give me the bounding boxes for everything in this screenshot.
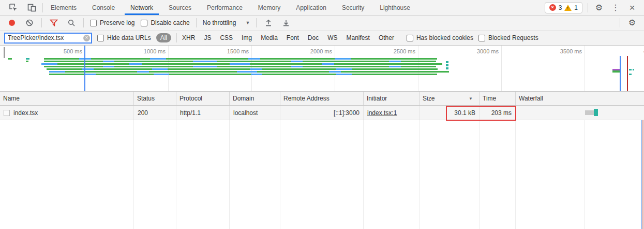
column-label: Remote Address [283, 95, 330, 102]
filter-type-other[interactable]: Other [379, 34, 394, 41]
column-label: Domain [233, 95, 254, 102]
gridline-cell [0, 106, 134, 229]
throttling-value: No throttling [203, 19, 236, 26]
filter-type-manifest[interactable]: Manifest [347, 34, 370, 41]
issues-badge[interactable]: × 3 1 [545, 2, 582, 13]
checkbox-icon [141, 20, 147, 26]
filter-type-ws[interactable]: WS [327, 34, 337, 41]
record-icon [9, 20, 15, 26]
column-header-time[interactable]: Time [480, 92, 516, 105]
divider [83, 18, 84, 27]
tick-gridline [585, 46, 585, 91]
dom-content-loaded-line [641, 106, 642, 229]
overview-activity-bar [629, 69, 632, 70]
column-header-remote-address[interactable]: Remote Address [280, 92, 364, 105]
clear-network-log-icon[interactable] [24, 17, 35, 28]
size-value: 30.1 kB [454, 109, 475, 117]
overview-activity-bar [8, 58, 12, 60]
initiator-link[interactable]: index.tsx:1 [367, 109, 397, 117]
domain-value: localhost [233, 109, 258, 117]
filter-type-doc[interactable]: Doc [308, 34, 319, 41]
filter-type-all[interactable]: All [156, 33, 171, 42]
clear-filter-icon[interactable]: × [83, 35, 90, 41]
tick-label: 500 ms [64, 48, 85, 54]
toggle-device-toolbar-icon[interactable] [26, 2, 37, 13]
cell-protocol: http/1.1 [176, 106, 230, 120]
hide-data-urls-label: Hide data URLs [107, 34, 151, 41]
filter-type-css[interactable]: CSS [220, 34, 233, 41]
overview-drag-handle[interactable] [4, 47, 5, 58]
file-type-icon [4, 110, 10, 116]
column-header-domain[interactable]: Domain [230, 92, 280, 105]
column-header-name[interactable]: Name [0, 92, 134, 105]
blocked-requests-checkbox[interactable]: Blocked Requests [478, 34, 538, 41]
search-icon[interactable] [66, 17, 77, 28]
import-har-icon[interactable] [263, 17, 274, 28]
filter-type-media[interactable]: Media [261, 34, 278, 41]
tab-application[interactable]: Application [288, 0, 334, 15]
column-label: Initiator [367, 95, 387, 102]
filter-type-xhr[interactable]: XHR [182, 34, 195, 41]
tab-lighthouse[interactable]: Lighthouse [372, 0, 418, 15]
overview-activity-bar [633, 69, 634, 70]
tab-security[interactable]: Security [334, 0, 372, 15]
tab-memory[interactable]: Memory [250, 0, 288, 15]
tab-sources[interactable]: Sources [161, 0, 199, 15]
column-header-waterfall[interactable]: Waterfall [516, 92, 644, 105]
column-header-status[interactable]: Status [134, 92, 176, 105]
gridline-cell [280, 106, 364, 229]
cell-waterfall [516, 106, 644, 120]
export-har-icon[interactable] [280, 17, 292, 28]
network-overview-timeline[interactable]: 500 ms 1000 ms 1500 ms 2000 ms 2500 ms 3… [0, 46, 644, 92]
filter-type-font[interactable]: Font [287, 34, 299, 41]
column-header-protocol[interactable]: Protocol [176, 92, 230, 105]
table-row[interactable]: index.tsx 200 http/1.1 localhost [::1]:3… [0, 106, 644, 120]
column-header-size[interactable]: Size ▼ [420, 92, 480, 105]
gridline-cell [516, 106, 644, 229]
tick-label: 2500 ms [394, 48, 418, 54]
overview-activity-bar [26, 61, 28, 62]
filter-funnel-icon[interactable] [48, 17, 59, 28]
tab-console[interactable]: Console [84, 0, 123, 15]
inspect-element-icon[interactable] [7, 2, 19, 13]
overview-activity-bar [446, 67, 448, 69]
has-blocked-cookies-checkbox[interactable]: Has blocked cookies [407, 34, 473, 41]
devtools-tab-bar: Elements Console Network Sources Perform… [0, 0, 644, 16]
filter-input-wrap: × [4, 33, 92, 44]
disable-cache-checkbox[interactable]: Disable cache [141, 19, 189, 26]
throttling-dropdown[interactable]: No throttling ▼ [203, 19, 250, 26]
overview-activity-bar [49, 74, 437, 75]
tab-network[interactable]: Network [123, 0, 161, 15]
tab-elements[interactable]: Elements [43, 0, 84, 15]
tick-label: 3500 ms [560, 48, 585, 54]
waterfall-gridline [584, 106, 585, 229]
waterfall-download-bar[interactable] [594, 109, 598, 116]
network-toolbar: Preserve log Disable cache No throttling… [0, 16, 644, 31]
divider [176, 33, 177, 42]
tab-label: Console [92, 4, 115, 11]
close-devtools-icon[interactable]: × [626, 2, 638, 13]
divider [256, 18, 257, 27]
network-settings-gear-icon[interactable]: ⚙ [626, 17, 638, 28]
record-network-log-button[interactable] [6, 17, 18, 28]
column-header-initiator[interactable]: Initiator [364, 92, 420, 105]
hide-data-urls-checkbox[interactable]: Hide data URLs [97, 34, 151, 41]
more-options-kebab-icon[interactable]: ⋮ [610, 2, 621, 13]
cell-size: 30.1 kB [420, 106, 480, 120]
tick-label: 1000 ms [144, 48, 168, 54]
filter-input[interactable] [4, 33, 92, 44]
overview-activity-bar [446, 61, 448, 63]
filter-type-img[interactable]: Img [242, 34, 252, 41]
sort-descending-icon: ▼ [469, 96, 476, 101]
tool-icons [0, 2, 42, 13]
load-event-marker [627, 56, 628, 91]
checkbox-icon [90, 20, 97, 26]
settings-gear-icon[interactable]: ⚙ [593, 2, 605, 13]
tab-performance[interactable]: Performance [199, 0, 250, 15]
table-column-gridlines [0, 106, 644, 229]
overview-activity-bar [44, 61, 436, 62]
error-icon: × [549, 4, 556, 11]
waterfall-waiting-bar[interactable] [585, 110, 594, 115]
preserve-log-checkbox[interactable]: Preserve log [90, 19, 134, 26]
filter-type-js[interactable]: JS [204, 34, 211, 41]
